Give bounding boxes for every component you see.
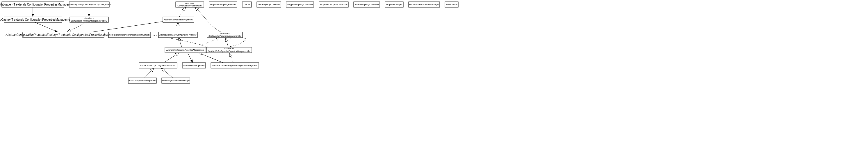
class-label: AbstractExternalConfigurationPropertiesM… <box>212 64 257 67</box>
class-NativePropertyCollection[interactable]: NativePropertyCollection <box>353 2 380 7</box>
class-MappedPropertyCollection[interactable]: MappedPropertyCollection <box>286 2 314 7</box>
class-label: ClassPathLoader<T extends ConfigurationP… <box>0 3 76 6</box>
class-ConfigurationPropertiesManagementWithDefaults[interactable]: ConfigurationPropertiesManagementWithDef… <box>108 32 151 37</box>
class-BootConfigurationProperties[interactable]: BootConfigurationProperties <box>128 78 156 83</box>
class-label: AbstractConfigurationPropertiesFactory<T… <box>5 33 121 36</box>
class-AbstractConfigurationPropertiesFactory[interactable]: AbstractConfigurationPropertiesFactory<T… <box>5 32 121 37</box>
interface-ConfigurationPropertiesManagementSpi[interactable]: «interface» ConfigurationPropertiesManag… <box>207 32 243 37</box>
class-AbstractAdminModeConfigurationProperties[interactable]: AbstractAdminModeConfigurationProperties <box>158 32 197 37</box>
class-label: PropertiesHelper <box>386 3 402 6</box>
class-FactoryCache[interactable]: FactoryCache<T extends ConfigurationProp… <box>0 17 74 22</box>
class-AbstractConfigurationPropertiesManagement[interactable]: AbstractConfigurationPropertiesManagemen… <box>165 47 206 53</box>
class-InMemoryPropertiesManager[interactable]: InMemoryPropertiesManager <box>161 78 190 83</box>
class-MultiSourceProperties[interactable]: MultiSourceProperties <box>182 63 206 68</box>
class-label: ConfigurationPropertiesSpi <box>177 5 202 7</box>
class-AbstractExternalConfigurationPropertiesManagement[interactable]: AbstractExternalConfigurationPropertiesM… <box>211 63 259 68</box>
stereotype: «interface» <box>224 48 234 50</box>
class-AbstractInMemoryConfigurationProperties[interactable]: AbstractInMemoryConfigurationProperties <box>139 63 177 68</box>
class-label: MultiSourcePropertiesManager <box>409 3 439 6</box>
class-InMemoryConfigurationRepositoryManagement[interactable]: InMemoryConfigurationRepositoryManagemen… <box>68 2 111 7</box>
class-UrlUtil[interactable]: UrlUtil <box>242 2 251 7</box>
interface-ConfigurationPropertiesManagementFactory[interactable]: «interface» ConfigurationPropertiesManag… <box>70 17 108 22</box>
class-label: AbstractInMemoryConfigurationProperties <box>140 64 176 67</box>
class-label: InMemoryConfigurationRepositoryManagemen… <box>68 3 111 6</box>
class-label: MultiSourceProperties <box>183 64 205 67</box>
class-BootLoader[interactable]: BootLoader <box>445 2 458 7</box>
class-label: InMemoryPropertiesManager <box>161 79 190 82</box>
class-ClassPathLoader[interactable]: ClassPathLoader<T extends ConfigurationP… <box>0 2 76 7</box>
class-label: AbstractAdminModeConfigurationProperties <box>159 34 197 36</box>
class-label: SerializableConfigurationPropertiesManag… <box>208 50 250 52</box>
class-label: ConfigurationPropertiesManagementFactory <box>71 20 107 22</box>
class-label: FactoryCache<T extends ConfigurationProp… <box>0 18 74 21</box>
class-label: PropertiesPropertyCollection <box>319 3 347 6</box>
class-MultiSourcePropertiesManager[interactable]: MultiSourcePropertiesManager <box>408 2 440 7</box>
uml-diagram: ClassPathLoader<T extends ConfigurationP… <box>0 0 868 160</box>
interface-SerializableConfigurationPropertiesManagementSpi[interactable]: «interface» SerializableConfigurationPro… <box>207 47 252 53</box>
class-label: NativePropertyCollection <box>355 3 379 6</box>
class-label: PropertiesPropertyProvider <box>210 3 237 6</box>
class-PropertiesHelper[interactable]: PropertiesHelper <box>385 2 403 7</box>
class-label: BootLoader <box>445 3 458 6</box>
class-label: MappedPropertyCollection <box>287 3 313 6</box>
class-label: ConfigurationPropertiesManagementSpi <box>209 35 241 37</box>
class-label: BootConfigurationProperties <box>128 79 156 82</box>
class-label: AbstractConfigurationProperties <box>163 19 193 21</box>
stereotype: «interface» <box>185 2 194 4</box>
class-label: AbstractConfigurationPropertiesManagemen… <box>166 49 205 51</box>
stereotype: «interface» <box>84 17 94 19</box>
class-label: UrlUtil <box>244 3 250 6</box>
interface-ConfigurationPropertiesSpi[interactable]: «interface» ConfigurationPropertiesSpi <box>176 2 204 7</box>
stereotype: «interface» <box>220 32 230 34</box>
class-MultiPropertyCollection[interactable]: MultiPropertyCollection <box>257 2 281 7</box>
class-label: ConfigurationPropertiesManagementWithDef… <box>109 34 150 36</box>
class-PropertiesPropertyProvider[interactable]: PropertiesPropertyProvider <box>209 2 237 7</box>
class-AbstractConfigurationProperties[interactable]: AbstractConfigurationProperties <box>163 17 194 22</box>
class-label: MultiPropertyCollection <box>257 3 280 6</box>
class-PropertiesPropertyCollection[interactable]: PropertiesPropertyCollection <box>319 2 348 7</box>
